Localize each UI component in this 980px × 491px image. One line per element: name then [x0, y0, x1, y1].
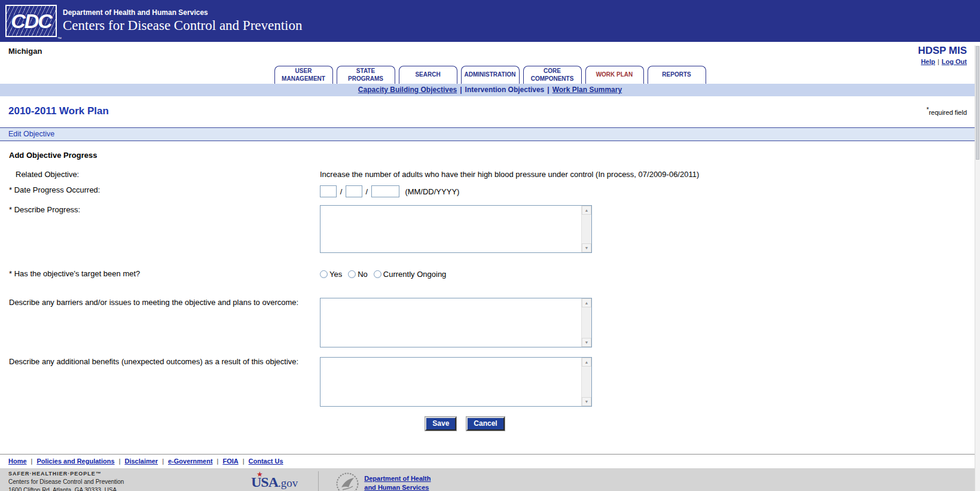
- cdc-banner: CDC ™ Department of Health and Human Ser…: [0, 0, 980, 42]
- footer-link-foia[interactable]: FOIA: [222, 458, 238, 465]
- subnav-capacity-building-objectives[interactable]: Capacity Building Objectives: [358, 86, 457, 94]
- footer-org-name: Centers for Disease Control and Preventi…: [8, 478, 251, 485]
- save-button[interactable]: Save: [425, 417, 456, 431]
- radio-yes[interactable]: [320, 270, 328, 278]
- barriers-textarea-frame: ▲ ▼: [320, 298, 592, 347]
- footer-band: SAFER·HEALTHIER·PEOPLE™ Centers for Dise…: [0, 468, 980, 491]
- form-buttons: Save Cancel: [329, 417, 601, 431]
- page: CDC ™ Department of Health and Human Ser…: [0, 0, 980, 491]
- date-day-field[interactable]: [346, 185, 362, 197]
- organization-line: Centers for Disease Control and Preventi…: [63, 18, 303, 33]
- edit-objective-bar: Edit Objective: [0, 127, 980, 141]
- footer-separator: |: [119, 458, 121, 465]
- target-met-row: * Has the objective's target been met? Y…: [0, 269, 980, 279]
- required-asterisk: *: [9, 269, 12, 278]
- scroll-down-icon[interactable]: ▼: [582, 243, 591, 252]
- footer-link-contact-us[interactable]: Contact Us: [249, 458, 283, 465]
- date-separator: /: [340, 187, 343, 196]
- logout-link[interactable]: Log Out: [942, 58, 967, 65]
- help-link[interactable]: Help: [921, 58, 935, 65]
- hhs-eagle-icon: [335, 472, 359, 491]
- hhs-block: Department of Health and Human Services: [335, 472, 431, 491]
- benefits-textarea-frame: ▲ ▼: [320, 357, 592, 407]
- cdc-logo-text: CDC: [11, 10, 51, 33]
- cdc-logo: CDC ™: [5, 5, 57, 37]
- scroll-up-icon[interactable]: ▲: [582, 206, 591, 215]
- banner-text: Department of Health and Human Services …: [63, 8, 303, 33]
- textarea-scrollbar[interactable]: ▲ ▼: [581, 298, 591, 347]
- footer-link-policies[interactable]: Policies and Regulations: [36, 458, 114, 465]
- star-icon: ★: [257, 470, 263, 478]
- main-content: 2010-2011 Work Plan *required field Edit…: [0, 96, 980, 491]
- related-objective-value: Increase the number of adults who have t…: [320, 170, 699, 179]
- footer-separator: |: [217, 458, 219, 465]
- page-title: 2010-2011 Work Plan: [0, 96, 980, 117]
- tab-user-management[interactable]: USER MANAGEMENT: [274, 66, 333, 84]
- required-asterisk: *: [9, 185, 12, 194]
- scroll-down-icon[interactable]: ▼: [582, 397, 591, 406]
- describe-progress-row: * Describe Progress: ▲ ▼: [0, 205, 980, 253]
- footer-separator: |: [162, 458, 164, 465]
- radio-no[interactable]: [348, 270, 356, 278]
- cdc-logo-icon: CDC: [5, 5, 57, 37]
- footer-org-block: SAFER·HEALTHIER·PEOPLE™ Centers for Dise…: [0, 468, 251, 491]
- date-progress-label: * Date Progress Occurred:: [0, 185, 320, 194]
- tab-work-plan[interactable]: WORK PLAN: [585, 66, 644, 84]
- date-year-field[interactable]: [371, 185, 399, 197]
- subnav-work-plan-summary[interactable]: Work Plan Summary: [552, 86, 622, 94]
- describe-progress-textarea[interactable]: [320, 206, 581, 252]
- scroll-down-icon[interactable]: ▼: [582, 338, 591, 347]
- subnav-separator: |: [460, 86, 462, 94]
- describe-progress-label: * Describe Progress:: [0, 205, 320, 214]
- date-progress-label-text: Date Progress Occurred:: [14, 185, 100, 194]
- footer-link-disclaimer[interactable]: Disclaimer: [124, 458, 158, 465]
- scroll-up-icon[interactable]: ▲: [582, 298, 591, 307]
- benefits-label: Describe any additional benefits (unexpe…: [0, 357, 320, 366]
- textarea-scrollbar[interactable]: ▲ ▼: [581, 358, 591, 406]
- state-name: Michigan: [8, 47, 42, 56]
- subnav-separator: |: [547, 86, 549, 94]
- required-asterisk: *: [9, 205, 12, 214]
- benefits-row: Describe any additional benefits (unexpe…: [0, 357, 980, 407]
- barriers-textarea[interactable]: [320, 298, 581, 347]
- target-met-options: Yes No Currently Ongoing: [320, 270, 452, 279]
- app-name: HDSP MIS: [918, 45, 967, 57]
- footer-link-egovernment[interactable]: e-Government: [168, 458, 213, 465]
- subnav-intervention-objectives[interactable]: Intervention Objectives: [465, 86, 545, 94]
- tab-core-components[interactable]: CORE COMPONENTS: [523, 66, 582, 84]
- hhs-line1[interactable]: Department of Health: [364, 474, 431, 483]
- hhs-line2[interactable]: and Human Services: [364, 483, 431, 491]
- scrollbar-thumb[interactable]: [976, 46, 979, 160]
- benefits-textarea[interactable]: [320, 358, 581, 406]
- describe-progress-label-text: Describe Progress:: [14, 205, 81, 214]
- department-line: Department of Health and Human Services: [63, 8, 303, 17]
- radio-currently-ongoing[interactable]: [374, 270, 381, 278]
- date-progress-controls: / / (MM/DD/YYYY): [320, 185, 459, 197]
- date-month-field[interactable]: [320, 185, 337, 197]
- tab-state-programs[interactable]: STATE PROGRAMS: [337, 66, 395, 84]
- page-scrollbar[interactable]: [975, 45, 980, 491]
- usagov-logo[interactable]: ★USA.gov: [251, 474, 298, 490]
- form-title: Add Objective Progress: [9, 151, 980, 160]
- required-field-note: *required field: [927, 106, 967, 116]
- footer-separator: |: [31, 458, 33, 465]
- target-met-label-text: Has the objective's target been met?: [14, 269, 141, 278]
- subnav-band: Capacity Building Objectives|Interventio…: [0, 84, 980, 96]
- barriers-label: Describe any barriers and/or issues to m…: [0, 298, 320, 307]
- radio-yes-label: Yes: [329, 270, 342, 279]
- usagov-usa-text: USA: [251, 474, 278, 490]
- scroll-up-icon[interactable]: ▲: [582, 358, 591, 367]
- tab-reports[interactable]: REPORTS: [648, 66, 706, 84]
- footer-tagline: SAFER·HEALTHIER·PEOPLE™: [8, 471, 251, 477]
- trademark-mark: ™: [57, 36, 62, 41]
- cancel-button[interactable]: Cancel: [466, 417, 504, 431]
- textarea-scrollbar[interactable]: ▲ ▼: [581, 206, 591, 252]
- app-links: Help|Log Out: [918, 58, 967, 65]
- tab-search[interactable]: SEARCH: [399, 66, 457, 84]
- related-objective-row: Related Objective: Increase the number o…: [0, 170, 980, 179]
- footer-links: Home|Policies and Regulations|Disclaimer…: [0, 454, 980, 468]
- tab-administration[interactable]: ADMINISTRATION: [461, 66, 520, 84]
- required-note-text: required field: [929, 109, 967, 116]
- hhs-link[interactable]: Department of Health and Human Services: [364, 474, 431, 491]
- footer-link-home[interactable]: Home: [8, 458, 27, 465]
